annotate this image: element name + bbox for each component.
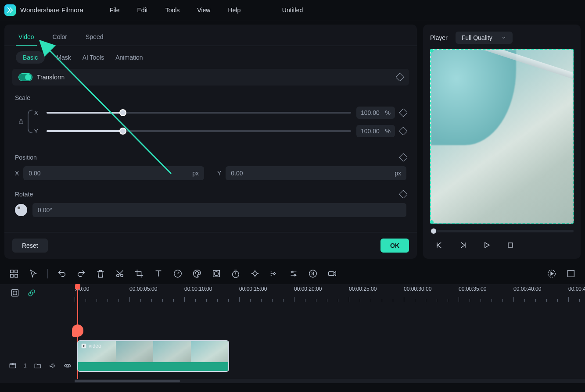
record-icon[interactable] [327,268,337,279]
svg-rect-3 [11,270,13,273]
speed-icon[interactable] [172,268,183,279]
video-preview[interactable] [430,49,574,224]
timer-icon[interactable] [230,268,241,279]
svg-rect-0 [19,121,23,124]
eye-icon[interactable] [64,362,72,370]
rotate-value[interactable]: 0.00° [32,203,406,217]
properties-panel: Video Color Speed Basic Mask AI Tools An… [4,25,417,259]
rotate-keyframe-icon[interactable] [399,190,408,199]
menu-help[interactable]: Help [219,7,249,14]
apps-icon[interactable] [9,268,19,279]
video-track-header[interactable]: 1 [0,356,72,375]
track-index: 1 [24,363,27,369]
color-icon[interactable] [192,268,202,279]
scale-y-value[interactable]: 100.00% [356,125,395,137]
subtab-basic[interactable]: Basic [16,51,45,64]
svg-point-10 [195,272,196,273]
render-icon[interactable] [546,268,557,279]
menubar: Wondershare Filmora File Edit Tools View… [0,0,585,20]
text-icon[interactable] [153,268,164,279]
scale-x-value[interactable]: 100.00% [356,107,395,119]
ruler-label: 00:00:40:00 [513,286,541,292]
playback-progress[interactable] [430,230,574,232]
svg-rect-2 [508,243,513,247]
tab-color[interactable]: Color [50,29,70,46]
svg-rect-23 [568,271,574,277]
svg-rect-25 [13,291,17,295]
transform-section-header[interactable]: Transform [12,69,409,86]
position-x-input[interactable]: 0.00px [23,166,204,180]
scale-x-label: X [34,110,41,116]
subtab-ai-tools[interactable]: AI Tools [83,54,104,61]
position-label: Position [15,154,37,161]
svg-rect-17 [273,272,275,274]
ok-button[interactable]: OK [380,239,409,253]
menu-tools[interactable]: Tools [157,7,189,14]
motion-icon[interactable] [269,268,280,279]
tab-speed[interactable]: Speed [83,29,106,46]
position-y-input[interactable]: 0.00px [226,166,406,180]
app-logo [4,4,16,16]
rotate-knob[interactable] [15,204,27,216]
scale-y-keyframe-icon[interactable] [399,127,408,135]
audio-icon[interactable] [308,268,318,279]
scale-label: Scale [15,94,406,101]
ruler-label: 00:00:25:00 [349,286,377,292]
undo-icon[interactable] [57,268,67,279]
add-track-icon[interactable] [11,289,19,297]
expand-icon[interactable] [566,268,576,279]
scale-y-label: Y [34,128,41,135]
timeline-marker[interactable] [72,324,83,337]
video-clip[interactable]: video [77,340,229,372]
cursor-icon[interactable] [28,268,39,279]
position-keyframe-icon[interactable] [399,153,408,162]
svg-point-12 [198,272,199,273]
ruler-label: 00:00:05:00 [129,286,157,292]
scale-x-keyframe-icon[interactable] [399,108,408,117]
timeline-scrollbar[interactable] [75,379,585,383]
ruler-label: 00:00:10:00 [184,286,212,292]
scale-y-slider[interactable] [47,126,351,136]
next-frame-button[interactable] [458,240,468,250]
properties-tabs: Video Color Speed [4,25,417,46]
link-icon[interactable] [27,289,36,297]
document-title: Untitled [0,7,585,14]
ruler-label: 00:00:35:00 [459,286,486,292]
svg-point-20 [309,270,317,278]
svg-rect-21 [329,271,334,275]
mask-icon[interactable] [211,268,222,279]
properties-subtabs: Basic Mask AI Tools Animation [4,46,417,69]
chevron-down-icon [501,35,506,40]
app-title: Wondershare Filmora [20,6,83,14]
quality-dropdown[interactable]: Full Quality [456,32,513,44]
transform-label: Transform [37,74,65,81]
clip-name: video [89,343,101,349]
player-label: Player [430,34,448,41]
time-ruler[interactable]: :00:0000:00:05:0000:00:10:0000:00:15:000… [75,284,585,302]
delete-icon[interactable] [95,268,106,279]
scale-x-slider[interactable] [47,107,351,118]
tab-video[interactable]: Video [16,29,37,46]
redo-icon[interactable] [76,268,86,279]
crop-icon[interactable] [134,268,144,279]
subtab-mask[interactable]: Mask [56,54,71,61]
stop-button[interactable] [506,240,515,250]
folder-icon[interactable] [34,362,42,370]
svg-point-11 [197,271,197,272]
keyframe-tool-icon[interactable] [250,268,260,279]
reset-button[interactable]: Reset [12,239,48,253]
svg-rect-26 [10,363,16,368]
transform-keyframe-icon[interactable] [395,73,404,82]
transform-toggle[interactable] [18,73,32,81]
rotate-label: Rotate [15,191,33,198]
prev-frame-button[interactable] [434,240,444,250]
menu-file[interactable]: File [101,7,129,14]
menu-view[interactable]: View [188,7,219,14]
cut-icon[interactable] [115,268,125,279]
ruler-label: 00:00:30:00 [404,286,431,292]
menu-edit[interactable]: Edit [129,7,157,14]
play-button[interactable] [482,240,492,250]
subtab-animation[interactable]: Animation [115,54,143,61]
mute-icon[interactable] [49,362,57,370]
adjust-icon[interactable] [288,268,299,279]
